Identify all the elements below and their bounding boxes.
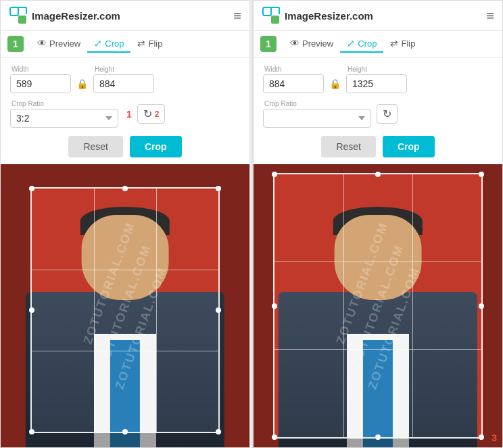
left-crop-label: Crop bbox=[105, 39, 124, 49]
right-flip-label: Flip bbox=[401, 39, 415, 49]
right-reset-button[interactable]: Reset bbox=[321, 136, 376, 157]
left-crop-ratio-label: Crop Ratio bbox=[10, 100, 118, 107]
right-toolbar: 1 👁 Preview ⤢ Crop ⇄ Flip bbox=[254, 31, 502, 57]
svg-rect-0 bbox=[10, 7, 18, 16]
flip-icon-left: ⇄ bbox=[137, 38, 145, 49]
left-width-group: Width bbox=[10, 66, 71, 93]
left-fields-row: Width 🔒 Height bbox=[10, 66, 240, 93]
right-width-input[interactable] bbox=[263, 74, 324, 93]
left-width-label: Width bbox=[10, 66, 71, 73]
left-number2-badge: 2 bbox=[155, 109, 160, 119]
left-crop-ratio-row: Crop Ratio 3:2 1:1 4:3 16:9 Custom 1 ↻ 2 bbox=[10, 100, 240, 128]
svg-rect-4 bbox=[263, 7, 271, 16]
left-tab-preview[interactable]: 👁 Preview bbox=[30, 35, 87, 53]
right-portrait-head bbox=[335, 215, 422, 300]
right-step-badge: 1 bbox=[260, 36, 277, 52]
left-preview-label: Preview bbox=[49, 39, 80, 49]
left-menu-icon[interactable]: ≡ bbox=[233, 8, 241, 24]
right-panel: ImageResizer.com ≡ 1 👁 Preview ⤢ Crop ⇄ … bbox=[253, 0, 503, 448]
right-tab-flip[interactable]: ⇄ Flip bbox=[383, 35, 422, 53]
left-controls: Width 🔒 Height Crop Ratio 3:2 1:1 4:3 16 bbox=[1, 57, 249, 164]
right-height-input[interactable] bbox=[346, 74, 407, 93]
right-crop-ratio-label: Crop Ratio bbox=[263, 100, 371, 107]
left-buttons-row: Reset Crop bbox=[10, 136, 240, 157]
right-crop-button[interactable]: Crop bbox=[383, 136, 435, 157]
left-panel: ImageResizer.com ≡ 1 👁 Preview ⤢ Crop ⇄ … bbox=[0, 0, 250, 448]
crop-icon-left: ⤢ bbox=[94, 38, 102, 49]
left-height-input[interactable] bbox=[93, 74, 154, 93]
left-flip-label: Flip bbox=[148, 39, 162, 49]
right-flip-icon: ⇄ bbox=[390, 38, 398, 49]
left-brand-name: ImageResizer.com bbox=[32, 10, 233, 22]
right-crop-ratio-select[interactable]: 3:2 1:1 4:3 16:9 Custom bbox=[263, 109, 371, 128]
right-crop-label: Crop bbox=[358, 39, 377, 49]
right-logo-icon bbox=[262, 6, 281, 25]
right-crop-ratio-row: Crop Ratio 3:2 1:1 4:3 16:9 Custom ↻ bbox=[263, 100, 493, 128]
right-controls: Width 🔒 Height Crop Ratio 3:2 1:1 4:3 bbox=[254, 57, 502, 164]
right-crop-icon: ⤢ bbox=[347, 38, 355, 49]
right-header: ImageResizer.com ≡ bbox=[254, 1, 502, 31]
right-tab-preview[interactable]: 👁 Preview bbox=[283, 35, 340, 53]
left-portrait-tie bbox=[110, 340, 140, 447]
preview-icon: 👁 bbox=[37, 38, 47, 49]
right-rotate-button[interactable]: ↻ bbox=[377, 104, 398, 124]
left-lock-icon: 🔒 bbox=[76, 78, 88, 89]
right-corner-badge: 3 bbox=[492, 432, 497, 443]
left-height-label: Height bbox=[93, 66, 154, 73]
right-width-label: Width bbox=[263, 66, 324, 73]
left-crop-ratio-select[interactable]: 3:2 1:1 4:3 16:9 Custom bbox=[10, 109, 118, 128]
right-height-label: Height bbox=[346, 66, 407, 73]
left-height-group: Height bbox=[93, 66, 154, 93]
right-menu-icon[interactable]: ≡ bbox=[486, 8, 494, 24]
left-tab-crop[interactable]: ⤢ Crop bbox=[87, 35, 130, 53]
right-crop-ratio-group: Crop Ratio 3:2 1:1 4:3 16:9 Custom bbox=[263, 100, 371, 128]
right-portrait-image: ZOTUTORIAL.COM ZOTUTORIAL.COM ZOTUTORIAL… bbox=[254, 164, 502, 447]
right-image-area: ZOTUTORIAL.COM ZOTUTORIAL.COM ZOTUTORIAL… bbox=[254, 164, 502, 447]
right-rotate-icon: ↻ bbox=[383, 107, 391, 120]
right-buttons-row: Reset Crop bbox=[263, 136, 493, 157]
left-number1-badge: 1 bbox=[126, 109, 132, 120]
logo-icon bbox=[9, 6, 28, 25]
right-lock-icon: 🔒 bbox=[329, 78, 341, 89]
right-portrait-tie bbox=[363, 340, 393, 447]
rotate-icon-left: ↻ bbox=[143, 107, 152, 120]
right-tab-crop[interactable]: ⤢ Crop bbox=[340, 35, 383, 53]
right-brand-name: ImageResizer.com bbox=[285, 10, 486, 22]
left-reset-button[interactable]: Reset bbox=[68, 136, 123, 157]
left-image-area: ZOTUTORIAL.COM ZOTUTORIAL.COM ZOTUTORIAL… bbox=[1, 164, 249, 447]
right-fields-row: Width 🔒 Height bbox=[263, 66, 493, 93]
left-crop-button[interactable]: Crop bbox=[130, 136, 182, 157]
right-width-group: Width bbox=[263, 66, 324, 93]
left-header: ImageResizer.com ≡ bbox=[1, 1, 249, 31]
left-crop-ratio-group: Crop Ratio 3:2 1:1 4:3 16:9 Custom bbox=[10, 100, 118, 128]
left-portrait-image: ZOTUTORIAL.COM ZOTUTORIAL.COM ZOTUTORIAL… bbox=[1, 164, 249, 447]
right-preview-icon: 👁 bbox=[290, 38, 300, 49]
left-toolbar: 1 👁 Preview ⤢ Crop ⇄ Flip bbox=[1, 31, 249, 57]
left-rotate-button[interactable]: ↻ 2 bbox=[137, 104, 166, 124]
left-tab-flip[interactable]: ⇄ Flip bbox=[130, 35, 169, 53]
left-portrait-head bbox=[82, 215, 169, 300]
left-step-badge: 1 bbox=[7, 36, 24, 52]
right-height-group: Height bbox=[346, 66, 407, 93]
left-width-input[interactable] bbox=[10, 74, 71, 93]
right-preview-label: Preview bbox=[302, 39, 333, 49]
svg-rect-5 bbox=[271, 16, 279, 24]
svg-rect-1 bbox=[18, 16, 26, 24]
